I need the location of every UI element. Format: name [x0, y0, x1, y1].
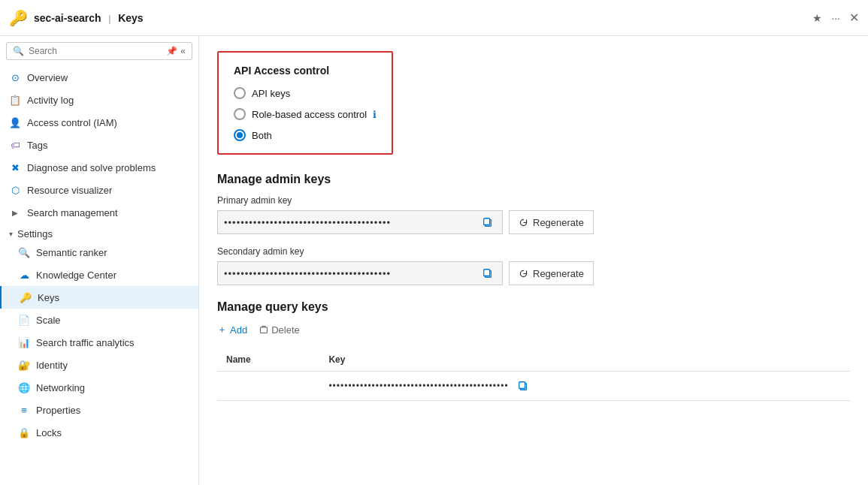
sidebar-item-diagnose[interactable]: ✖ Diagnose and solve problems [0, 156, 198, 179]
sidebar-item-label: Search management [27, 207, 118, 218]
admin-keys-title: Manage admin keys [217, 173, 850, 186]
table-row: ••••••••••••••••••••••••••••••••••••••••… [217, 372, 850, 401]
diagnose-icon: ✖ [9, 161, 21, 173]
search-box[interactable]: 🔍 📌 « [6, 42, 192, 60]
secondary-regenerate-button[interactable]: Regenerate [509, 261, 594, 285]
main-content: API Access control API keys Role-based a… [199, 36, 868, 485]
radio-label-rbac: Role-based access control [252, 109, 367, 120]
secondary-key-copy-button[interactable] [479, 267, 496, 280]
secondary-key-field: •••••••••••••••••••••••••••••••••••••••• [217, 261, 503, 285]
collapse-icon[interactable]: « [180, 46, 186, 56]
sidebar-item-label: Properties [36, 405, 80, 416]
sidebar-item-keys[interactable]: 🔑 Keys [0, 286, 198, 309]
svg-rect-3 [484, 270, 490, 276]
sidebar-item-label: Networking [36, 382, 85, 393]
pin-icon[interactable]: 📌 [166, 46, 177, 56]
sidebar-item-label: Scale [36, 315, 61, 326]
sidebar-item-label: Tags [27, 140, 47, 151]
sidebar-item-locks[interactable]: 🔒 Locks [0, 421, 198, 444]
top-bar: 🔑 sec-ai-search | Keys ★ ··· ✕ [0, 0, 868, 36]
sidebar-item-label: Keys [38, 292, 59, 303]
overview-icon: ⊙ [9, 71, 21, 83]
chevron-right-icon: ▶ [9, 206, 21, 218]
scale-icon: 📄 [18, 314, 30, 326]
sidebar-item-search-management[interactable]: ▶ Search management [0, 201, 198, 224]
sidebar-item-scale[interactable]: 📄 Scale [0, 309, 198, 331]
knowledge-center-icon: ☁ [18, 269, 30, 281]
search-traffic-icon: 📊 [18, 336, 30, 348]
query-key-value: ••••••••••••••••••••••••••••••••••••••••… [328, 381, 508, 391]
networking-icon: 🌐 [18, 381, 30, 393]
activity-log-icon: 📋 [9, 94, 21, 106]
delete-label: Delete [271, 324, 300, 336]
identity-icon: 🔐 [18, 359, 30, 371]
add-query-key-button[interactable]: ＋ Add [217, 323, 247, 336]
sidebar-item-resource-visualizer[interactable]: ⬡ Resource visualizer [0, 179, 198, 201]
sidebar-item-label: Activity log [27, 95, 74, 106]
delete-query-key-button[interactable]: Delete [259, 324, 300, 336]
radio-api-keys[interactable]: API keys [234, 87, 377, 99]
top-bar-actions: ★ ··· ✕ [812, 11, 859, 25]
sidebar-item-search-traffic[interactable]: 📊 Search traffic analytics [0, 331, 198, 354]
properties-icon: ≡ [18, 404, 30, 416]
radio-label-both: Both [252, 130, 272, 141]
iam-icon: 👤 [9, 116, 21, 128]
sidebar-item-label: Search traffic analytics [36, 337, 135, 348]
col-key: Key [319, 348, 850, 372]
chevron-down-icon: ▾ [9, 230, 13, 238]
sidebar-item-label: Overview [27, 72, 68, 83]
radio-rbac[interactable]: Role-based access control ℹ [234, 108, 377, 120]
add-label: Add [230, 324, 247, 336]
tags-icon: 🏷 [9, 139, 21, 151]
sidebar-item-label: Locks [36, 427, 62, 438]
service-icon: 🔑 [9, 9, 28, 27]
radio-circle-both [234, 129, 246, 141]
plus-icon: ＋ [217, 323, 227, 336]
more-options-icon[interactable]: ··· [831, 12, 840, 24]
sidebar-section-settings[interactable]: ▾ Settings [0, 224, 198, 241]
svg-rect-1 [484, 218, 490, 225]
sidebar: 🔍 📌 « ⊙ Overview 📋 Activity log 👤 Access… [0, 36, 199, 485]
query-key-value-cell: ••••••••••••••••••••••••••••••••••••••••… [319, 372, 850, 401]
search-input[interactable] [29, 46, 162, 56]
search-icon: 🔍 [13, 46, 24, 56]
primary-regenerate-button[interactable]: Regenerate [509, 210, 594, 234]
sidebar-item-knowledge-center[interactable]: ☁ Knowledge Center [0, 264, 198, 286]
primary-key-label: Primary admin key [217, 195, 850, 206]
sidebar-item-semantic-ranker[interactable]: 🔍 Semantic ranker [0, 241, 198, 264]
sidebar-item-overview[interactable]: ⊙ Overview [0, 66, 198, 89]
semantic-ranker-icon: 🔍 [18, 246, 30, 258]
keys-icon: 🔑 [20, 291, 32, 303]
sidebar-item-networking[interactable]: 🌐 Networking [0, 376, 198, 399]
sidebar-item-label: Resource visualizer [27, 185, 112, 196]
admin-keys-section: Manage admin keys Primary admin key ••••… [217, 173, 850, 285]
query-keys-section: Manage query keys ＋ Add Delete [217, 300, 850, 401]
radio-circle-api-keys [234, 87, 246, 99]
api-access-radio-group: API keys Role-based access control ℹ Bot… [234, 87, 377, 141]
secondary-key-value: •••••••••••••••••••••••••••••••••••••••• [224, 268, 476, 279]
api-control-title: API Access control [234, 65, 377, 77]
query-keys-title: Manage query keys [217, 300, 850, 314]
close-icon[interactable]: ✕ [849, 11, 859, 25]
query-key-copy-button[interactable] [515, 379, 531, 393]
info-icon[interactable]: ℹ [373, 109, 377, 120]
locks-icon: 🔒 [18, 426, 30, 438]
radio-label-api-keys: API keys [252, 88, 290, 99]
sidebar-item-label: Knowledge Center [36, 270, 116, 281]
sidebar-item-properties[interactable]: ≡ Properties [0, 399, 198, 421]
query-keys-action-bar: ＋ Add Delete [217, 323, 850, 336]
sidebar-item-identity[interactable]: 🔐 Identity [0, 354, 198, 376]
primary-regenerate-label: Regenerate [533, 217, 584, 228]
primary-key-field: •••••••••••••••••••••••••••••••••••••••• [217, 210, 503, 234]
favorite-star[interactable]: ★ [812, 12, 822, 24]
radio-circle-rbac [234, 108, 246, 120]
secondary-key-row: •••••••••••••••••••••••••••••••••••••••• [217, 261, 850, 285]
radio-both[interactable]: Both [234, 129, 377, 141]
settings-section-label: Settings [17, 228, 53, 239]
sidebar-item-activity-log[interactable]: 📋 Activity log [0, 89, 198, 111]
primary-key-copy-button[interactable] [479, 215, 496, 229]
sidebar-item-tags[interactable]: 🏷 Tags [0, 134, 198, 156]
sidebar-item-label: Identity [36, 360, 68, 371]
sidebar-item-iam[interactable]: 👤 Access control (IAM) [0, 111, 198, 134]
secondary-key-group: Secondary admin key ••••••••••••••••••••… [217, 246, 850, 285]
